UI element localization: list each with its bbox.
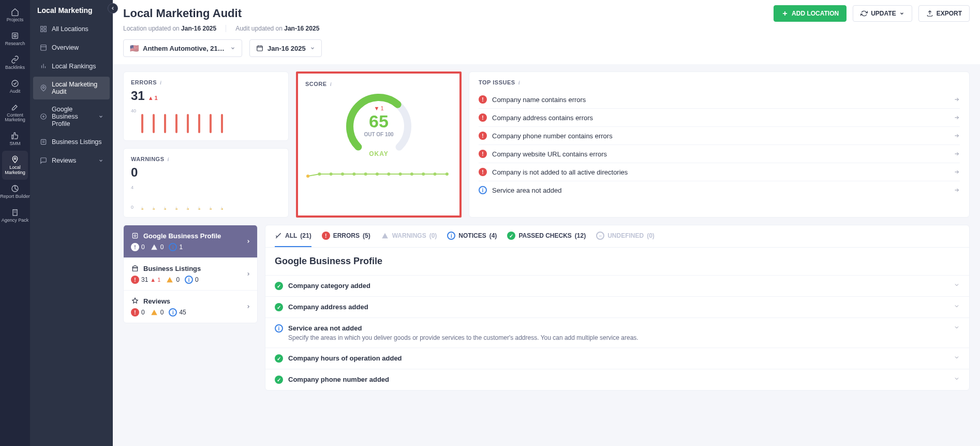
pass-icon: ✓ [275,376,283,384]
subnav-business-listings[interactable]: Business Listings [33,134,110,150]
err-icon: ! [479,168,487,176]
calendar-icon [256,45,263,52]
page-header: Local Marketing Audit ADD LOCATION UPDAT… [113,0,980,64]
err-icon: ! [479,95,487,104]
svg-point-16 [306,175,309,178]
issue-row[interactable]: !Company phone number contains errors [479,127,960,145]
nav-research[interactable]: Research [0,27,30,51]
arrow-right-icon [954,114,960,121]
page-title: Local Marketing Audit [123,7,767,20]
nav-report-builder[interactable]: Report Builder [0,180,30,204]
svg-rect-7 [41,30,43,32]
export-button[interactable]: EXPORT [918,5,970,22]
map-pin-icon [10,155,20,164]
iconbar: Projects Research Backlinks Audit Conten… [0,0,30,446]
subnav-local-marketing-audit[interactable]: Local Marketing Audit [33,77,110,99]
score-delta: ▼ 1 [374,105,383,111]
check-row[interactable]: ✓Company address added [265,296,969,318]
check-row[interactable]: ✓Company hours of operation added [265,348,969,369]
nav-smm[interactable]: SMM [0,127,30,151]
svg-rect-9 [41,45,47,51]
subnav-all-locations[interactable]: All Locations [33,21,110,37]
svg-point-30 [134,235,136,237]
error-icon: ! [322,232,330,240]
issue-row[interactable]: !Company is not added to all active dire… [479,163,960,181]
svg-point-27 [433,172,436,176]
notice-icon: i [275,324,283,333]
svg-point-19 [341,172,344,176]
check-row[interactable]: ✓Company phone number added [265,369,969,390]
update-button[interactable]: UPDATE [853,5,912,22]
subnav-reviews[interactable]: Reviews [33,152,110,169]
location-select[interactable]: 🇺🇸Anthem Automotive, 2163 Piedmont R... [123,39,242,57]
subnav-local-rankings[interactable]: Local Rankings [33,58,110,75]
svg-rect-29 [132,233,137,238]
tab-warnings[interactable]: WARNINGS (0) [381,225,437,247]
grid-icon [39,25,48,33]
chevron-down-icon [310,46,315,51]
errors-card: ERRORSi 31▲ 1 40 [123,71,289,141]
subnav-overview[interactable]: Overview [33,39,110,56]
tab-passed[interactable]: ✓PASSED CHECKS (12) [507,225,586,247]
add-location-button[interactable]: ADD LOCATION [774,5,847,22]
subnav-gbp[interactable]: Google Business Profile [33,102,110,132]
tab-errors[interactable]: !ERRORS (5) [322,225,370,247]
checks-panel: ALL (21) !ERRORS (5) WARNINGS (0) iNOTIC… [265,225,970,391]
nav-audit[interactable]: Audit [0,75,30,98]
issue-row[interactable]: iService area not added [479,181,960,199]
svg-rect-6 [44,26,46,28]
issue-row[interactable]: !Company website URL contains errors [479,145,960,163]
arrow-right-icon [954,96,960,103]
date-select[interactable]: Jan-16 2025 [249,39,322,57]
collapse-subnav-button[interactable] [108,3,118,13]
category-item[interactable]: Google Business Profile!00i1 [124,225,257,258]
svg-point-20 [352,172,355,176]
check-row[interactable]: iService area not addedSpecify the areas… [265,318,969,348]
svg-point-2 [14,158,16,160]
info-icon[interactable]: i [330,81,332,87]
svg-point-26 [422,172,425,176]
chevron-right-icon [246,271,251,277]
info-icon[interactable]: i [168,156,170,162]
svg-rect-5 [41,26,43,28]
warning-icon [150,308,158,316]
tab-notices[interactable]: iNOTICES (4) [447,225,497,247]
svg-rect-0 [12,33,18,39]
nav-local-marketing[interactable]: Local Marketing [2,151,28,180]
issue-row[interactable]: !Company name contains errors [479,91,960,109]
nav-backlinks[interactable]: Backlinks [0,51,30,75]
warnings-card: WARNINGSi 0 40 [123,148,289,218]
tab-undefined[interactable]: –UNDEFINED (0) [596,225,655,247]
chevron-down-icon [98,114,103,119]
info-icon[interactable]: i [518,79,521,85]
check-tabs: ALL (21) !ERRORS (5) WARNINGS (0) iNOTIC… [265,225,969,248]
nav-projects[interactable]: Projects [0,3,30,27]
arrow-right-icon [954,151,960,157]
tab-all[interactable]: ALL (21) [275,225,311,247]
errors-delta: ▲ 1 [148,95,158,101]
notice-icon: i [479,186,487,194]
score-trend [305,167,452,188]
subnav-title: Local Marketing [30,0,113,20]
edit-icon [10,103,20,112]
info-icon[interactable]: i [160,79,162,85]
warning-icon [381,232,389,240]
category-icon [131,297,139,305]
building-icon [10,208,20,217]
category-item[interactable]: Business Listings!31 ▲ 10i0 [124,258,257,291]
category-list: Google Business Profile!00i1Business Lis… [123,225,258,323]
nav-agency-pack[interactable]: Agency Pack [0,204,30,227]
link-icon [10,55,20,64]
category-icon [131,264,139,272]
issue-row[interactable]: !Company address contains errors [479,109,960,127]
err-icon: ! [479,113,487,122]
error-icon: ! [131,308,139,316]
chevron-down-icon [954,324,960,330]
notice-icon: i [185,276,193,284]
notice-icon: i [169,243,177,251]
category-item[interactable]: Reviews!00i45 [124,291,257,323]
nav-content-marketing[interactable]: Content Marketing [0,98,30,127]
rankings-icon [39,62,48,70]
listings-icon [39,138,48,146]
check-row[interactable]: ✓Company category added [265,275,969,296]
